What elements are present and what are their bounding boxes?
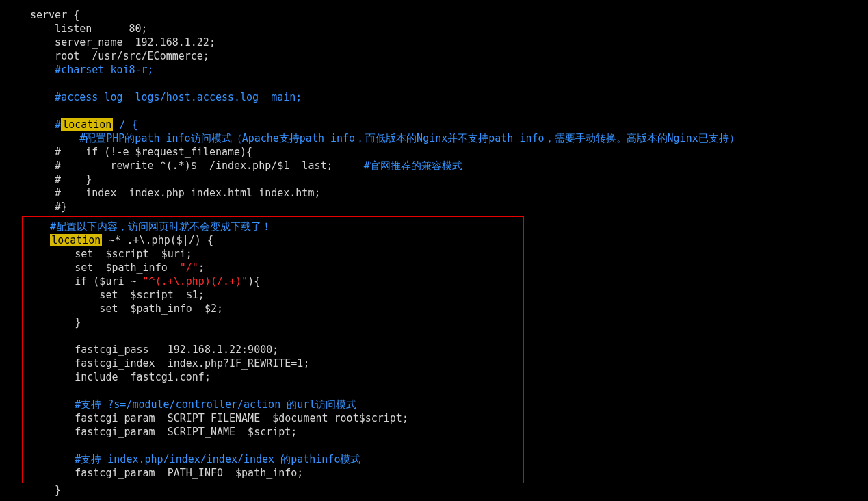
box-line-16: fastcgi_param SCRIPT_NAME $script; (25, 426, 297, 438)
line-12b: #官网推荐的兼容模式 (364, 159, 462, 172)
line-14: # index index.php index.html index.htm; (30, 187, 320, 199)
highlighted-box: #配置以下内容，访问网页时就不会变成下载了！ location ~* .+\.p… (22, 216, 524, 483)
string-1: "/" (180, 261, 198, 274)
box-line-14: #支持 ?s=/module/controller/action 的url访问模… (25, 398, 356, 411)
box-line-2c: ~* .+\.php($|/) { (102, 234, 213, 246)
box-line-4a: set $path_info (25, 261, 180, 274)
line-5: #charset koi8-r; (30, 64, 154, 76)
line-4: root /usr/src/ECommerce; (30, 50, 209, 62)
box-line-3: set $script $uri; (25, 248, 192, 260)
box-line-5c: ){ (248, 275, 260, 287)
after-line-1: } (30, 484, 61, 496)
line-13: # } (30, 173, 92, 185)
line-9c: / { (113, 118, 137, 131)
box-line-5a: if ($uri ~ (25, 275, 143, 287)
box-line-11: fastcgi_index index.php?IF_REWRITE=1; (25, 357, 309, 370)
box-line-15: fastcgi_param SCRIPT_FILENAME $document_… (25, 412, 408, 424)
config-code: server { listen 80; server_name 192.168.… (30, 8, 838, 497)
string-2: "^(.+\.php)(/.+)" (143, 275, 248, 287)
line-11: # if (!-e $request_filename){ (30, 146, 252, 158)
box-line-10: fastcgi_pass 192.168.1.22:9000; (25, 344, 278, 356)
line-2: listen 80; (30, 23, 148, 35)
box-line-19: fastcgi_param PATH_INFO $path_info; (25, 467, 303, 479)
line-7: #access_log logs/host.access.log main; (30, 91, 302, 103)
highlight-location-1: location (61, 118, 113, 131)
line-1: server { (30, 9, 79, 21)
box-line-8: } (25, 316, 81, 329)
line-9a: # (30, 118, 61, 131)
box-line-2a (25, 234, 50, 246)
line-3: server_name 192.168.1.22; (30, 36, 215, 49)
highlighted-box-wrap: #配置以下内容，访问网页时就不会变成下载了！ location ~* .+\.p… (30, 216, 838, 483)
box-line-7: set $path_info $2; (25, 303, 223, 315)
box-line-4c: ; (198, 261, 205, 274)
line-12a: # rewrite ^(.*)$ /index.php/$1 last; (30, 159, 364, 172)
box-line-18: #支持 index.php/index/index/index 的pathinf… (25, 453, 360, 465)
box-line-12: include fastcgi.conf; (25, 371, 211, 383)
code-block: server { listen 80; server_name 192.168.… (0, 0, 838, 497)
highlight-location-2: location (50, 234, 102, 246)
line-10: #配置PHP的path_info访问模式（Apache支持path_info，而… (30, 132, 739, 144)
line-15: #} (30, 201, 67, 213)
box-line-6: set $script $1; (25, 289, 205, 301)
box-line-1: #配置以下内容，访问网页时就不会变成下载了！ (25, 220, 272, 233)
